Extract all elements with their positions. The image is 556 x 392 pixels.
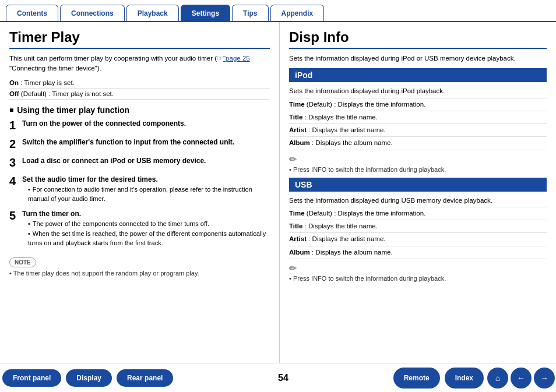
left-panel: Timer Play This unit can perform timer p… xyxy=(0,22,280,363)
step-5-content: Turn the timer on. The power of the comp… xyxy=(22,209,270,248)
step-2-number: 2 xyxy=(9,137,22,151)
usb-album: Album : Displays the album name. xyxy=(289,246,547,259)
display-button[interactable]: Display xyxy=(66,369,112,387)
remote-button[interactable]: Remote xyxy=(393,368,440,389)
step-2-content: Switch the amplifier's function to input… xyxy=(22,137,270,147)
disp-info-title: Disp Info xyxy=(289,29,547,49)
step-2: 2 Switch the amplifier's function to inp… xyxy=(9,137,270,151)
timer-play-intro: This unit can perform timer play by coop… xyxy=(9,54,270,74)
forward-button[interactable]: → xyxy=(534,368,555,389)
back-button[interactable]: ← xyxy=(511,368,532,389)
usb-time: Time (Default) : Displays the time infor… xyxy=(289,207,547,220)
step-2-text: Switch the amplifier's function to input… xyxy=(22,138,234,146)
footer-right-area: Remote Index ⌂ ← → xyxy=(391,368,556,389)
usb-title: Title : Displays the title name. xyxy=(289,220,547,233)
timer-play-title: Timer Play xyxy=(9,29,270,49)
front-panel-button[interactable]: Front panel xyxy=(2,369,61,387)
note-label: NOTE xyxy=(9,257,36,267)
home-button[interactable]: ⌂ xyxy=(487,368,508,389)
nav-tab-tips[interactable]: Tips xyxy=(232,5,268,21)
step-5-number: 5 xyxy=(9,209,22,223)
usb-note-icon: ✏ xyxy=(289,263,547,274)
using-timer-title: Using the timer play function xyxy=(9,105,270,115)
step-4-text: Set the audio timer for the desired time… xyxy=(22,175,158,183)
step-3-number: 3 xyxy=(9,156,22,169)
usb-header: USB xyxy=(289,178,547,192)
step-list: 1 Turn on the power of the connected com… xyxy=(9,118,270,248)
disp-intro: Sets the information displayed during iP… xyxy=(289,54,547,63)
step-3-content: Load a disc or connect an iPod or USB me… xyxy=(22,156,270,166)
rear-panel-button[interactable]: Rear panel xyxy=(117,369,173,387)
nav-tab-contents[interactable]: Contents xyxy=(6,5,58,21)
step-4-number: 4 xyxy=(9,174,22,188)
ipod-album: Album : Displays the album name. xyxy=(289,137,547,150)
setting-off: Off (Default) : Timer play is not set. xyxy=(9,89,270,100)
nav-tab-appendix[interactable]: Appendix xyxy=(270,5,325,21)
ipod-intro: Sets the information displayed during iP… xyxy=(289,85,547,98)
note-text: The timer play does not support the rand… xyxy=(9,270,270,277)
step-1-text: Turn on the power of the connected compo… xyxy=(22,119,186,128)
content-area: Timer Play This unit can perform timer p… xyxy=(0,22,556,363)
nav-tab-settings[interactable]: Settings xyxy=(181,5,230,21)
ipod-time: Time (Default) : Displays the time infor… xyxy=(289,98,547,111)
page-number: 54 xyxy=(266,373,300,383)
nav-tabs: ContentsConnectionsPlaybackSettingsTipsA… xyxy=(0,0,556,22)
usb-artist: Artist : Displays the artist name. xyxy=(289,233,547,246)
index-button[interactable]: Index xyxy=(445,368,484,389)
step-4: 4 Set the audio timer for the desired ti… xyxy=(9,174,270,204)
step-5: 5 Turn the timer on. The power of the co… xyxy=(9,209,270,248)
ipod-header: iPod xyxy=(289,68,547,82)
step-5-bullet-2: When the set time is reached, the power … xyxy=(22,229,270,248)
step-1: 1 Turn on the power of the connected com… xyxy=(9,118,270,132)
step-3-text: Load a disc or connect an iPod or USB me… xyxy=(22,157,206,165)
footer: Front panel Display Rear panel 54 Remote… xyxy=(0,363,556,392)
step-3: 3 Load a disc or connect an iPod or USB … xyxy=(9,156,270,169)
setting-on: On : Timer play is set. xyxy=(9,77,270,89)
usb-note: Press INFO to switch the information dur… xyxy=(289,275,547,282)
right-panel: Disp Info Sets the information displayed… xyxy=(280,22,556,363)
step-1-content: Turn on the power of the connected compo… xyxy=(22,118,270,129)
ipod-note-icon: ✏ xyxy=(289,154,547,165)
ipod-title: Title : Displays the title name. xyxy=(289,111,547,124)
step-5-text: Turn the timer on. xyxy=(22,210,81,218)
usb-intro: Sets the information displayed during US… xyxy=(289,195,547,207)
step-1-number: 1 xyxy=(9,118,22,132)
nav-tab-connections[interactable]: Connections xyxy=(60,5,125,21)
step-5-bullet-1: The power of the components connected to… xyxy=(22,219,270,229)
nav-tab-playback[interactable]: Playback xyxy=(126,5,179,21)
footer-left-buttons: Front panel Display Rear panel xyxy=(0,369,175,387)
ipod-artist: Artist : Displays the artist name. xyxy=(289,124,547,137)
ipod-note: Press INFO to switch the information dur… xyxy=(289,166,547,173)
step-4-bullet: For connection to audio timer and it's o… xyxy=(22,185,270,204)
step-4-content: Set the audio timer for the desired time… xyxy=(22,174,270,204)
